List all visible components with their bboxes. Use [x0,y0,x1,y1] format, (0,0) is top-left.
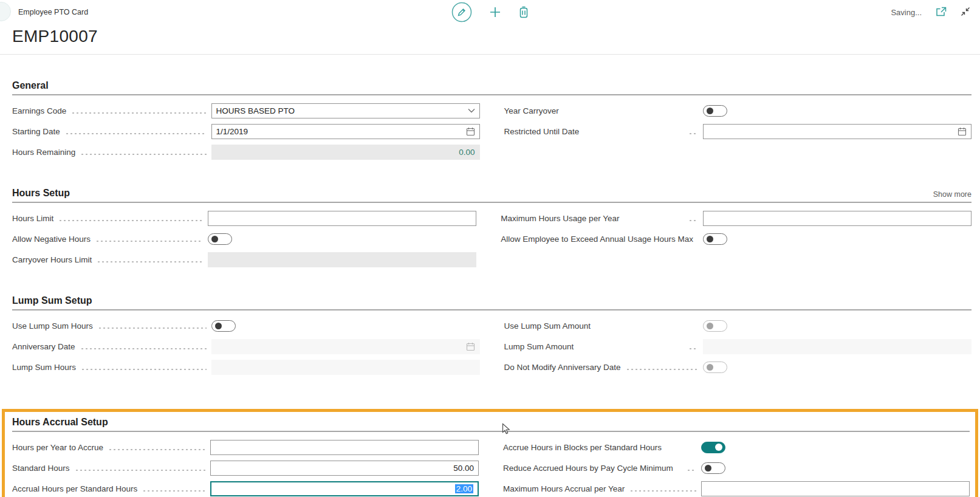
lump-sum-hours-disabled-field [211,360,480,375]
page-type-caption: Employee PTO Card [18,8,88,16]
field-anniversary-date: Anniversary Date [12,336,480,357]
top-bar: Employee PTO Card [0,0,980,24]
collapse-arrows-icon [961,7,970,18]
toggle-knob [707,236,713,242]
dotted-leader [626,368,698,371]
toggle-knob [715,444,722,451]
anniversary-date-disabled-field [211,339,480,354]
section-title: Hours Setup [12,188,70,199]
pencil-circle-icon [451,1,473,25]
standard-hours-value: 50.00 [453,464,474,473]
spacer [666,448,696,451]
calendar-icon [466,342,475,351]
field-year-carryover: Year Carryover [504,100,972,121]
maximum-hours-usage-per-year-input[interactable] [703,211,971,226]
dotted-leader [97,261,203,263]
toggle-knob [707,108,713,114]
section-title: General [12,80,49,91]
field-reduce-accrued-hours: Reduce Accrued Hours by Pay Cycle Minimu… [503,458,970,478]
show-more-link[interactable]: Show more [933,190,971,199]
field-allow-employee-to-exceed: Allow Employee to Exceed Annual Usage Ho… [501,228,971,249]
dotted-leader [75,469,205,471]
field-use-lump-sum-amount: Use Lump Sum Amount [504,315,972,336]
general-left-column: Earnings Code HOURS BASED PTO Starting D… [12,100,480,162]
toggle-knob [705,465,711,471]
year-carryover-toggle[interactable] [703,105,727,117]
section-title: Lump Sum Setup [12,295,92,306]
open-in-new-window-icon [935,6,947,19]
hours-per-year-to-accrue-label: Hours per Year to Accrue [12,443,103,452]
highlight-box: Hours Accrual Setup Hours per Year to Ac… [2,409,978,497]
field-use-lump-sum-hours: Use Lump Sum Hours [12,315,480,336]
allow-employee-to-exceed-toggle[interactable] [703,233,727,245]
toggle-knob [707,364,713,371]
field-starting-date: Starting Date 1/1/2019 [12,121,480,142]
calendar-icon[interactable] [958,127,967,136]
maximum-hours-accrual-per-year-input[interactable] [701,481,970,496]
collapse-view-button[interactable] [961,7,970,18]
page-title: EMP10007 [0,24,980,46]
open-in-new-window-button[interactable] [935,6,947,19]
dotted-leader [142,490,205,492]
dotted-leader [98,327,207,329]
maximum-hours-usage-per-year-label: Maximum Hours Usage per Year [501,214,619,223]
chevron-down-icon[interactable] [468,108,475,113]
carryover-hours-limit-readonly-field [208,252,476,267]
field-hours-remaining: Hours Remaining 0.00 [12,142,480,162]
field-hours-limit: Hours Limit [12,208,476,228]
lump-sum-amount-label: Lump Sum Amount [504,342,574,351]
section-hours-accrual-setup-header: Hours Accrual Setup [12,417,970,432]
allow-negative-hours-label: Allow Negative Hours [12,235,91,244]
do-not-modify-anniversary-date-toggle [703,362,727,373]
hours-limit-label: Hours Limit [12,214,53,223]
hours-accrual-left-column: Hours per Year to Accrue Standard Hours … [12,437,479,497]
field-restricted-until-date: Restricted Until Date [504,121,972,142]
do-not-modify-anniversary-date-label: Do Not Modify Anniversary Date [504,363,621,372]
accrual-hours-per-standard-hours-label: Accrual Hours per Standard Hours [12,484,137,493]
field-do-not-modify-anniversary-date: Do Not Modify Anniversary Date [504,357,972,377]
restricted-until-date-label: Restricted Until Date [504,127,580,136]
section-general-header: General [12,80,971,95]
dotted-leader [678,469,696,471]
maximum-hours-accrual-per-year-label: Maximum Hours Accrual per Year [503,484,625,493]
field-lump-sum-hours: Lump Sum Hours [12,357,480,377]
spacer [564,112,698,114]
reduce-accrued-hours-toggle[interactable] [701,462,725,474]
accrue-hours-in-blocks-toggle[interactable] [701,442,725,453]
field-hours-per-year-to-accrue: Hours per Year to Accrue [12,437,479,458]
field-allow-negative-hours: Allow Negative Hours [12,228,476,249]
field-accrue-hours-in-blocks: Accrue Hours in Blocks per Standard Hour… [503,437,970,458]
standard-hours-input[interactable]: 50.00 [210,461,479,476]
standard-hours-label: Standard Hours [12,464,70,473]
window-controls: Saving... [891,6,970,19]
dotted-leader [629,490,696,492]
use-lump-sum-hours-toggle[interactable] [211,320,236,332]
hours-limit-input[interactable] [208,211,476,226]
new-button[interactable] [488,5,502,21]
accrual-hours-per-standard-hours-input-focused[interactable]: 2.00 [210,481,479,496]
section-general: General Earnings Code HOURS BASED PTO St… [0,80,980,162]
dotted-leader [71,112,206,114]
field-earnings-code: Earnings Code HOURS BASED PTO [12,100,480,121]
calendar-icon[interactable] [466,127,475,136]
spacer [595,327,698,329]
dotted-leader [624,219,698,222]
hours-per-year-to-accrue-input[interactable] [210,440,479,455]
field-maximum-hours-usage-per-year: Maximum Hours Usage per Year [501,208,971,228]
field-lump-sum-amount: Lump Sum Amount [504,336,972,357]
title-divider [0,54,980,55]
toggle-knob [215,323,222,329]
hours-remaining-value: 0.00 [459,148,475,157]
earnings-code-select[interactable]: HOURS BASED PTO [211,103,480,118]
edit-button[interactable] [451,1,473,25]
general-right-column: Year Carryover Restricted Until Date [504,100,972,162]
section-lump-sum-setup-header: Lump Sum Setup [12,295,971,310]
starting-date-input[interactable]: 1/1/2019 [211,124,480,139]
dotted-leader [58,219,203,222]
restricted-until-date-input[interactable] [703,124,971,139]
earnings-code-label: Earnings Code [12,106,66,115]
section-title: Hours Accrual Setup [12,417,108,428]
delete-button[interactable] [518,5,530,21]
allow-negative-hours-toggle[interactable] [208,233,232,245]
starting-date-value: 1/1/2019 [216,127,248,136]
